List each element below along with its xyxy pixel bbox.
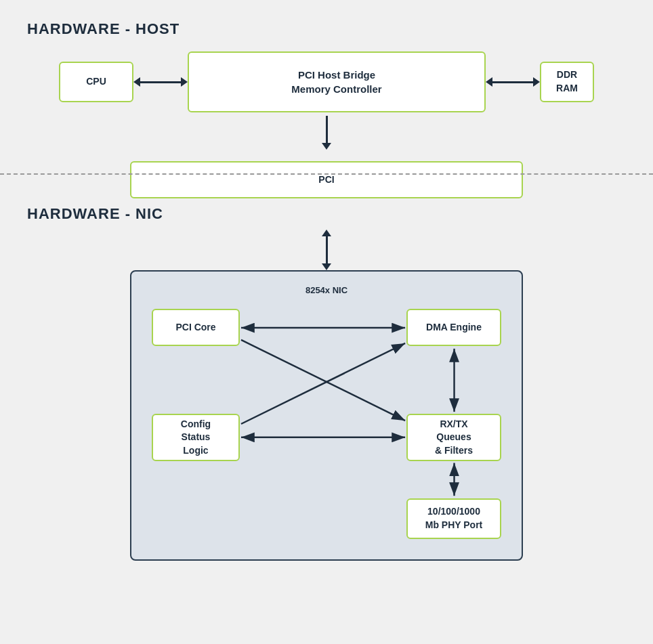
arrow-line-1	[140, 81, 181, 83]
arrow-head-right-1	[181, 77, 188, 87]
arrow-head-right-2	[533, 77, 540, 87]
config-status-box: Config Status Logic	[152, 414, 240, 461]
dashed-separator	[0, 173, 653, 175]
host-section: HARDWARE - HOST CPU PCI Host Bridge Memo…	[27, 20, 626, 156]
arrow-head-down-1	[322, 143, 331, 150]
pci-row: PCI	[27, 161, 626, 198]
ddr-ram-box: DDR RAM	[540, 62, 594, 102]
pci-core-box: PCI Core	[152, 309, 240, 346]
arrow-line-v-1	[326, 116, 328, 143]
arrow-head-up-1	[322, 230, 331, 236]
pci-box: PCI	[130, 161, 523, 198]
nic-section: HARDWARE - NIC 8254x NIC	[27, 205, 626, 561]
arrow-head-left-1	[133, 77, 140, 87]
cpu-to-pci-host-arrow	[133, 77, 188, 87]
pci-host-bridge-box: PCI Host Bridge Memory Controller	[188, 51, 486, 112]
pci-host-to-ddr-arrow	[486, 77, 540, 87]
arrow-line-2	[492, 81, 533, 83]
arrow-head-down-2	[322, 263, 331, 270]
nic-big-box: 8254x NIC	[130, 270, 523, 561]
pci-to-nic-bidir-arrow	[27, 230, 626, 270]
diagram-container: HARDWARE - HOST CPU PCI Host Bridge Memo…	[0, 0, 653, 644]
host-row: CPU PCI Host Bridge Memory Controller DD…	[27, 51, 626, 112]
host-section-label: HARDWARE - HOST	[27, 20, 626, 38]
nic-inner: PCI Core DMA Engine Config Status Logic …	[152, 309, 501, 539]
arrow-head-left-2	[486, 77, 492, 87]
arrow-line-v-2	[326, 236, 328, 263]
nic-title: 8254x NIC	[152, 285, 501, 295]
nic-section-label: HARDWARE - NIC	[27, 205, 626, 223]
rxtx-queues-box: RX/TX Queues & Filters	[406, 414, 501, 461]
dma-engine-box: DMA Engine	[406, 309, 501, 346]
svg-line-7	[241, 340, 405, 421]
pci-host-to-pci-arrow	[322, 116, 331, 150]
cpu-box: CPU	[59, 62, 133, 102]
phy-port-box: 10/100/1000 Mb PHY Port	[406, 498, 501, 539]
svg-line-6	[241, 343, 405, 424]
